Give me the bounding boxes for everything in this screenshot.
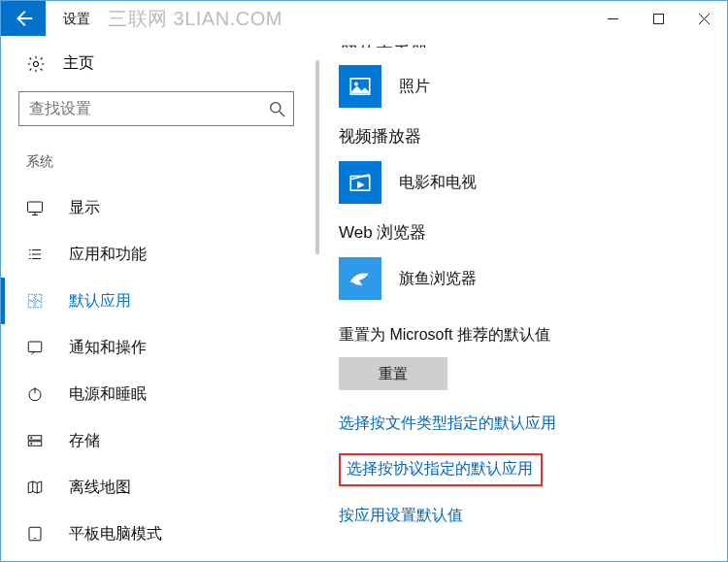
swordfish-icon	[347, 266, 373, 291]
sidebar-item-label: 应用和功能	[69, 245, 147, 265]
reset-button[interactable]: 重置	[339, 357, 447, 390]
movies-tv-icon	[347, 170, 373, 195]
maximize-icon	[653, 14, 664, 24]
sidebar-item-label: 离线地图	[69, 478, 131, 498]
back-button[interactable]	[1, 1, 46, 36]
apps-list-icon	[26, 246, 44, 263]
default-video-app[interactable]: 电影和电视	[339, 161, 727, 204]
svg-point-18	[363, 275, 365, 277]
sidebar: 主页 系统 显示 应用和功能	[1, 36, 312, 561]
link-choose-by-filetype[interactable]: 选择按文件类型指定的默认应用	[339, 413, 556, 434]
browser-app-label: 旗鱼浏览器	[399, 269, 477, 289]
window-title: 设置	[46, 1, 108, 36]
default-photo-app[interactable]: 照片	[339, 65, 727, 108]
settings-window: 设置 三联网 3LIAN.COM 主页	[0, 0, 728, 562]
power-icon	[26, 385, 44, 403]
notifications-icon	[26, 339, 44, 356]
photos-app-tile	[339, 65, 381, 108]
svg-point-2	[270, 102, 280, 112]
link-set-by-app[interactable]: 按应用设置默认值	[339, 506, 463, 526]
photos-icon	[347, 74, 373, 99]
scroll-thumb[interactable]	[315, 60, 319, 254]
svg-point-1	[34, 61, 39, 66]
minimize-icon	[608, 14, 618, 24]
svg-rect-5	[36, 294, 42, 300]
sidebar-item-storage[interactable]: 存储	[1, 417, 312, 464]
minimize-button[interactable]	[590, 1, 636, 36]
svg-rect-3	[28, 202, 43, 213]
movies-tv-app-tile	[339, 161, 381, 204]
window-controls	[590, 1, 727, 36]
svg-rect-6	[28, 302, 34, 308]
svg-point-13	[31, 443, 32, 444]
sidebar-item-power[interactable]: 电源和睡眠	[1, 371, 312, 417]
svg-point-16	[354, 83, 357, 85]
sidebar-group-label: 系统	[1, 144, 312, 184]
sidebar-home[interactable]: 主页	[1, 53, 312, 91]
default-apps-icon	[26, 292, 44, 310]
content-scrollbar[interactable]	[312, 36, 325, 561]
display-icon	[26, 199, 44, 216]
search-icon	[260, 101, 293, 117]
advanced-links: 选择按文件类型指定的默认应用 选择按协议指定的默认应用 按应用设置默认值	[339, 413, 727, 526]
svg-rect-0	[654, 14, 664, 23]
close-icon	[699, 14, 710, 24]
sidebar-item-label: 默认应用	[69, 291, 131, 312]
sidebar-item-label: 存储	[69, 431, 100, 451]
sidebar-item-tablet-mode[interactable]: 平板电脑模式	[1, 511, 312, 557]
titlebar: 设置 三联网 3LIAN.COM	[1, 1, 727, 36]
map-icon	[26, 479, 44, 496]
link-choose-by-protocol[interactable]: 选择按协议指定的默认应用	[339, 453, 543, 486]
sidebar-item-default-apps[interactable]: 默认应用	[1, 278, 312, 324]
storage-icon	[26, 432, 44, 449]
watermark-text: 三联网 3LIAN.COM	[108, 1, 590, 36]
sidebar-item-notifications[interactable]: 通知和操作	[1, 324, 312, 371]
video-app-label: 电影和电视	[399, 173, 477, 193]
section-video-heading: 视频播放器	[339, 125, 727, 148]
default-browser-app[interactable]: 旗鱼浏览器	[339, 257, 727, 300]
content-pane: 照片查看器 照片 视频播放器 电影和电视 Web 浏览器	[325, 36, 727, 561]
arrow-left-icon	[13, 8, 34, 29]
close-button[interactable]	[681, 1, 727, 36]
photo-app-label: 照片	[399, 77, 430, 97]
reset-description: 重置为 Microsoft 推荐的默认值	[339, 325, 727, 346]
maximize-button[interactable]	[636, 1, 681, 36]
svg-rect-7	[36, 302, 42, 308]
sidebar-nav: 显示 应用和功能 默认应用 通知和操作 电源和睡眠	[1, 184, 312, 557]
sidebar-item-label: 电源和睡眠	[69, 384, 147, 405]
sidebar-item-offline-maps[interactable]: 离线地图	[1, 464, 312, 511]
sidebar-item-display[interactable]: 显示	[1, 184, 312, 231]
tablet-icon	[26, 525, 44, 543]
sidebar-item-label: 通知和操作	[69, 338, 147, 358]
section-browser-heading: Web 浏览器	[339, 221, 727, 244]
sidebar-item-label: 平板电脑模式	[69, 524, 162, 545]
search-box[interactable]	[18, 91, 294, 126]
sidebar-home-label: 主页	[63, 53, 94, 74]
svg-rect-4	[28, 294, 34, 300]
svg-point-12	[31, 437, 32, 438]
sidebar-item-apps[interactable]: 应用和功能	[1, 231, 312, 278]
search-input[interactable]	[19, 100, 260, 117]
svg-rect-8	[28, 342, 42, 352]
sidebar-item-label: 显示	[69, 198, 100, 218]
gear-icon	[26, 54, 46, 74]
swordfish-browser-tile	[339, 257, 381, 300]
section-photo-viewer-heading: 照片查看器	[339, 42, 727, 48]
